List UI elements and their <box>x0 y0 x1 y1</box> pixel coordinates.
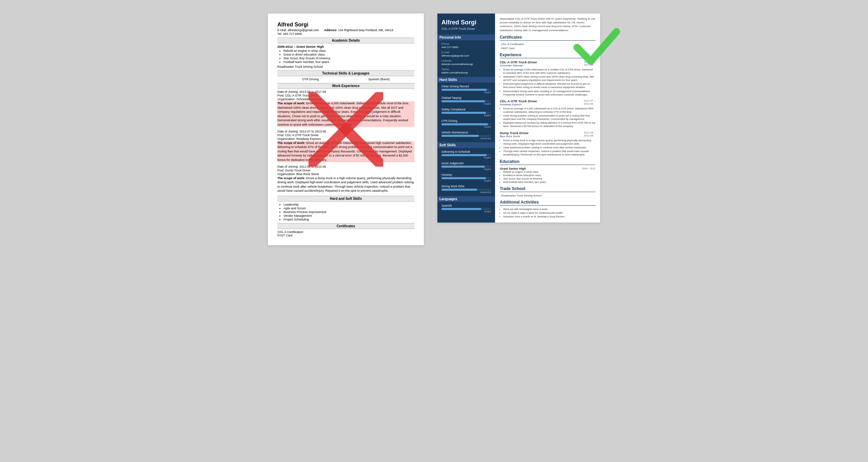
work-date-1: Date of Joining: 2013-09 to 2017-09 <box>277 90 414 93</box>
skill-otr: OTR Driving Expert <box>441 119 491 128</box>
edu-date-1: 2009 - 2012 <box>582 167 595 170</box>
exp-header-2: CDL-A OTR Truck Driver Roadway Express 2… <box>500 99 595 107</box>
skill-item: Spanish (fluent) <box>368 78 390 81</box>
main-content: Dependable CDL-A OTR Truck Driver with 5… <box>495 14 600 223</box>
exp-header-3: Dump Truck Driver Blue Rock Stone 2011-0… <box>500 131 595 139</box>
skill-honesty: Honesty Expert <box>441 173 491 182</box>
edu-bullets-1: Rebuilt an engine in shop class. Excelle… <box>500 170 595 184</box>
list-item: Displayed advanced honesty by calling at… <box>503 121 595 128</box>
work-section-title: Work Experience <box>277 83 414 89</box>
list-item: Business Process Improvement <box>283 210 414 214</box>
list-item: Avid football team member, four years. <box>503 181 595 184</box>
linkedin-item: LinkedIn linkedin.com/in/alfredsorgi <box>441 59 491 66</box>
list-item: Go for walks 5 days a week for cardiovas… <box>503 211 595 215</box>
hard-soft-title: Hard and Soft Skills <box>277 196 414 202</box>
list-item: Used advanced problem solving to continu… <box>503 146 595 149</box>
exp-job-2: CDL-A OTR Truck Driver <box>500 99 537 103</box>
list-item: Star Scout, Boy Scouts of America. <box>283 57 414 60</box>
trade-school-value: Roadmaster Truck Driving School <box>500 194 595 197</box>
skill-safety: Safety Compliance Expert <box>441 108 491 117</box>
skill-vehicle-maint: Vehicle Maintenance Advanced <box>441 131 491 140</box>
skill-judgement: Good Judgement Expert <box>441 162 491 170</box>
skills-grid: OTR Driving Spanish (fluent) <box>277 78 414 81</box>
twitter-item: Twitter twitter.com/alfredsorgi <box>441 68 491 74</box>
cert-item-1: CDL-A Certification <box>277 230 414 234</box>
certs-section-title-left: Certificates <box>277 223 414 229</box>
work-org-2: Organization: Roadway Express <box>277 137 414 141</box>
exp-company-3: Blue Rock Stone <box>500 135 529 138</box>
edu-entry-1: Grant Senior High 2009 - 2012 Rebuilt an… <box>500 167 595 184</box>
exp-entry-2: CDL-A OTR Truck Driver Roadway Express 2… <box>500 99 595 128</box>
cert-item-2: FAST Card <box>277 234 414 237</box>
list-item: Work out with freeweights twice a week. <box>503 208 595 211</box>
twitter-value: twitter.com/alfredsorgi <box>441 71 491 74</box>
languages-sidebar-title: Languages <box>437 196 495 202</box>
work-org-1: Organization: Schneider National <box>277 98 414 101</box>
list-item: Excelled in driver education class. <box>503 174 595 177</box>
list-item: Rebuilt an engine in shop class. <box>503 170 595 173</box>
email-value: alfredsorgi@gmail.com <box>441 54 491 57</box>
skill-clean-driving: Clean Driving Record Expert <box>441 85 491 93</box>
list-item: Star Scout, Boy Scouts of America. <box>503 177 595 180</box>
email-item: E-mail alfredsorgi@gmail.com <box>441 51 491 57</box>
left-resume: Alfred Sorgi E-Mail: alfredsorgi@gmail.c… <box>268 14 424 245</box>
work-scope-3: The scope of work: Drove a dump truck in… <box>277 176 414 193</box>
phone-value: 440-727-6900 <box>441 46 491 49</box>
work-org-3: Organization: Blue Rock Stone <box>277 172 414 176</box>
summary: Dependable CDL-A OTR Truck Driver with 5… <box>500 17 595 32</box>
sidebar: Alfred Sorgi CDL-A OTR Truck Driver Pers… <box>437 14 495 223</box>
left-name: Alfred Sorgi <box>277 22 414 28</box>
personal-info-title: Personal Info <box>437 35 495 40</box>
work-post-3: Post: Dump Truck Driver <box>277 169 414 172</box>
email-label: E-mail <box>441 51 491 54</box>
skill-work-ethic: Strong Work Ethic Advanced <box>441 185 491 193</box>
work-entry-2: Date of Joining: 2012-07 to 2013-08 Post… <box>277 130 414 162</box>
list-item: Agile and Scrum <box>283 207 414 210</box>
exp-entry-3: Dump Truck Driver Blue Rock Stone 2011-0… <box>500 131 595 157</box>
list-item: Through keen vehicle inspection, noticed… <box>503 150 595 156</box>
hard-soft-bullets: Leadership Agile and Scrum Business Proc… <box>277 203 414 221</box>
skill-flatbed: Flatbed Tarping Expert <box>441 96 491 105</box>
exp-bullets-3: Drove a dump truck in a high-volume quar… <box>500 139 595 157</box>
education-title: Education <box>500 159 595 165</box>
list-item: Great in driver education class. <box>283 53 414 56</box>
certs-title-right: Certificates <box>500 35 595 41</box>
list-item: Exercised good judgement in difficult si… <box>503 82 595 89</box>
list-item: Leadership <box>283 203 414 206</box>
experience-title: Experience <box>500 52 595 58</box>
cert-right-2: FAST Card <box>500 47 595 50</box>
exp-job-1: CDL-A OTR Truck Driver <box>500 60 537 64</box>
right-title: CDL-A OTR Truck Driver <box>441 27 491 30</box>
linkedin-value: linkedin.com/in/alfredsorgi <box>441 63 491 66</box>
academic-bullets: Rebuilt an engine in shop class. Great i… <box>277 49 414 64</box>
skill-spanish: Spanish Fluent <box>441 204 491 213</box>
work-date-2: Date of Joining: 2012-07 to 2013-08 <box>277 130 414 133</box>
work-entry-3: Date of Joining: 2011-06 to 2012-06 Post… <box>277 165 414 193</box>
work-date-3: Date of Joining: 2011-06 to 2012-06 <box>277 165 414 168</box>
work-scope-2: The scope of work: Drove an average of 3… <box>277 141 414 162</box>
school-name: 2009-2012 – Grant Senior High <box>277 45 414 48</box>
list-item: Drove a dump truck in a high-volume quar… <box>503 139 595 146</box>
work-entry-1: Date of Joining: 2013-09 to 2017-09 Post… <box>277 90 414 127</box>
list-item: Maintained 100% clean driving record and… <box>503 75 595 82</box>
list-item: Vendor Management <box>283 214 414 217</box>
list-item: Drove an average 4,500 miles/week as a c… <box>503 68 595 75</box>
exp-job-3: Dump Truck Driver <box>500 131 529 135</box>
activities-list: Work out with freeweights twice a week. … <box>500 208 595 218</box>
right-resume: Alfred Sorgi CDL-A OTR Truck Driver Pers… <box>437 14 600 223</box>
exp-bullets-2: Drove an average of 3,500 miles/week as … <box>500 107 595 128</box>
list-item: Football team member, four years. <box>283 60 414 64</box>
activities-title: Additional Activities <box>500 200 595 206</box>
edu-school-1: Grant Senior High <box>500 167 526 170</box>
left-contact-tel: Tel: 440-727-6900 <box>277 32 414 36</box>
soft-skills-sidebar-title: Soft Skills <box>437 142 495 148</box>
work-post-1: Post: CDL-A OTR Truck Driver <box>277 94 414 97</box>
exp-date-1: 2013-09 –2017-09 <box>584 60 595 66</box>
list-item: Used strong problem solving & communicat… <box>503 114 595 121</box>
skill-item: OTR Driving <box>302 78 319 81</box>
list-item: Rebuilt an engine in shop class. <box>283 49 414 52</box>
exp-date-2: 2012-07 –2013-08 <box>584 99 595 105</box>
exp-bullets-1: Drove an average 4,500 miles/week as a c… <box>500 68 595 97</box>
phone-label: Phone <box>441 42 491 45</box>
phone-item: Phone 440-727-6900 <box>441 42 491 49</box>
